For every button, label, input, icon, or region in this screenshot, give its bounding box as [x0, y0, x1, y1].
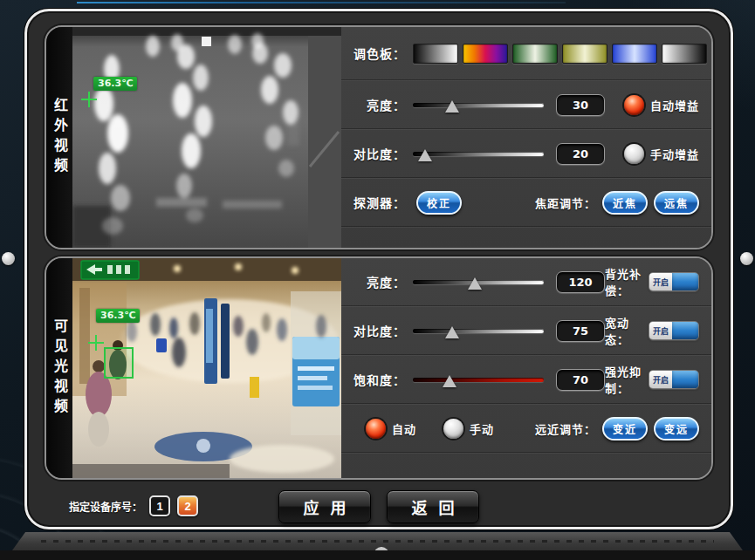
toggle-knob [672, 322, 698, 339]
auto-mode-radio[interactable] [366, 419, 386, 439]
vis-brightness-value[interactable]: 120 [556, 271, 605, 293]
visible-controls: 亮度： 120 背光补偿： 开启 [341, 258, 711, 478]
backlight-comp-label: 背光补偿： [605, 265, 642, 298]
slider-thumb[interactable] [443, 375, 456, 387]
person-detection-box [104, 347, 134, 379]
palette-swatch-ironbow[interactable] [463, 44, 508, 64]
ir-brightness-label: 亮度： [350, 96, 406, 113]
back-button[interactable]: 返 回 [387, 490, 479, 523]
toggle-state-label: 开启 [649, 322, 672, 339]
thermal-scene-art [72, 27, 341, 248]
palette-swatch-black-hot-grayscale[interactable] [662, 44, 707, 64]
vis-contrast-slider[interactable] [413, 318, 544, 344]
device-select-group: 指定设备序号： 1 2 [69, 495, 198, 516]
palette-swatch-green[interactable] [512, 44, 558, 64]
far-focus-button[interactable]: 远焦 [654, 191, 699, 215]
palette-swatch-yellow-green[interactable] [562, 44, 607, 64]
vis-saturation-row: 饱和度： 70 强光抑制： 开启 [341, 356, 711, 403]
infrared-controls: 调色板： 亮度： 30 自动增益 [341, 27, 711, 248]
mode-zoom-row: 自动 手动 远近调节： 变近 变远 [341, 405, 711, 452]
ir-contrast-value[interactable]: 20 [556, 143, 605, 165]
auto-gain-radio[interactable] [624, 95, 644, 115]
palette-swatch-white-hot-grayscale[interactable] [413, 44, 458, 64]
palette-row: 调色板： [341, 27, 711, 79]
wide-dynamic-label: 宽动态： [605, 314, 642, 347]
infrared-section-title: 红外视频 [49, 98, 70, 178]
slider-thumb[interactable] [468, 277, 482, 290]
vis-saturation-slider[interactable] [413, 366, 544, 393]
calibrate-button[interactable]: 校正 [416, 191, 462, 215]
ir-contrast-label: 对比度： [350, 145, 406, 162]
visible-video-section: 可见光视频 [45, 256, 713, 480]
slider-track[interactable] [413, 329, 544, 333]
thermal-temperature-label: 36.3℃ [93, 77, 137, 91]
focus-adjust-label: 焦距调节： [535, 195, 596, 211]
slider-thumb[interactable] [418, 149, 432, 161]
toggle-knob [672, 273, 698, 290]
slider-track-red[interactable] [413, 378, 544, 382]
wide-dynamic-toggle[interactable]: 开启 [649, 321, 699, 340]
toggle-state-label: 开启 [649, 273, 672, 290]
zoom-adjust-label: 远近调节： [535, 420, 596, 437]
vis-brightness-slider[interactable] [413, 269, 544, 295]
ir-brightness-value[interactable]: 30 [556, 94, 605, 116]
device-2-button[interactable]: 2 [177, 495, 198, 516]
bezel-base-shadow [0, 550, 755, 560]
visible-temperature-label: 36.3℃ [96, 309, 140, 323]
detector-focus-row: 探测器： 校正 焦距调节： 近焦 远焦 [341, 179, 711, 226]
backlight-comp-toggle[interactable]: 开启 [649, 272, 699, 291]
infrared-video-section: 红外视频 [45, 25, 713, 249]
toggle-state-label: 开启 [649, 371, 672, 388]
visible-title-strip: 可见光视频 [46, 258, 72, 478]
manual-gain-radio[interactable] [624, 144, 644, 164]
apply-button[interactable]: 应 用 [278, 490, 371, 523]
vis-contrast-value[interactable]: 75 [556, 320, 605, 342]
infrared-title-strip: 红外视频 [46, 27, 72, 248]
manual-gain-label: 手动增益 [650, 146, 699, 162]
ir-brightness-slider[interactable] [413, 92, 544, 118]
device-1-button[interactable]: 1 [149, 495, 170, 516]
highlight-suppress-toggle[interactable]: 开启 [649, 370, 699, 389]
zoom-near-button[interactable]: 变近 [602, 417, 648, 440]
vis-brightness-row: 亮度： 120 背光补偿： 开启 [341, 258, 711, 305]
near-focus-button[interactable]: 近焦 [602, 191, 648, 215]
toggle-knob [672, 371, 698, 388]
visible-video-feed[interactable]: 36.3℃ [72, 258, 341, 478]
auto-mode-label: 自动 [392, 420, 416, 437]
action-buttons: 应 用 返 回 [278, 490, 479, 523]
highlight-suppress-label: 强光抑制： [605, 363, 642, 396]
manual-mode-label: 手动 [470, 420, 494, 437]
right-edge-handle[interactable] [740, 252, 753, 265]
device-control-screen: 红外视频 [0, 0, 755, 560]
auto-gain-label: 自动增益 [650, 97, 699, 113]
palette-swatches [413, 44, 707, 64]
vis-brightness-label: 亮度： [350, 273, 406, 290]
slider-thumb[interactable] [445, 100, 459, 113]
slider-track[interactable] [413, 152, 544, 156]
detector-label: 探测器： [350, 194, 406, 211]
top-accent-line [77, 2, 566, 3]
ir-contrast-slider[interactable] [413, 140, 544, 167]
device-number-label: 指定设备序号： [69, 499, 142, 514]
vis-contrast-row: 对比度： 75 宽动态： 开启 [341, 307, 711, 354]
visible-crosshair-icon [88, 335, 104, 351]
vis-contrast-label: 对比度： [350, 322, 406, 339]
palette-swatch-blue[interactable] [612, 44, 657, 64]
vis-saturation-label: 饱和度： [350, 371, 406, 388]
footer-bar: 指定设备序号： 1 2 应 用 返 回 [27, 483, 731, 532]
ir-contrast-row: 对比度： 20 手动增益 [341, 130, 711, 177]
manual-mode-radio[interactable] [443, 419, 463, 439]
ir-brightness-row: 亮度： 30 自动增益 [341, 81, 711, 128]
palette-label: 调色板： [350, 44, 406, 62]
zoom-far-button[interactable]: 变远 [654, 417, 699, 440]
thermal-crosshair-icon [81, 92, 97, 107]
slider-track[interactable] [413, 103, 544, 107]
visible-section-title: 可见光视频 [49, 318, 70, 419]
vis-saturation-value[interactable]: 70 [556, 369, 605, 391]
left-edge-handle[interactable] [2, 252, 15, 265]
infrared-video-feed[interactable]: 36.3℃ [72, 27, 341, 248]
slider-thumb[interactable] [445, 326, 459, 338]
main-bezel-panel: 红外视频 [24, 9, 733, 529]
